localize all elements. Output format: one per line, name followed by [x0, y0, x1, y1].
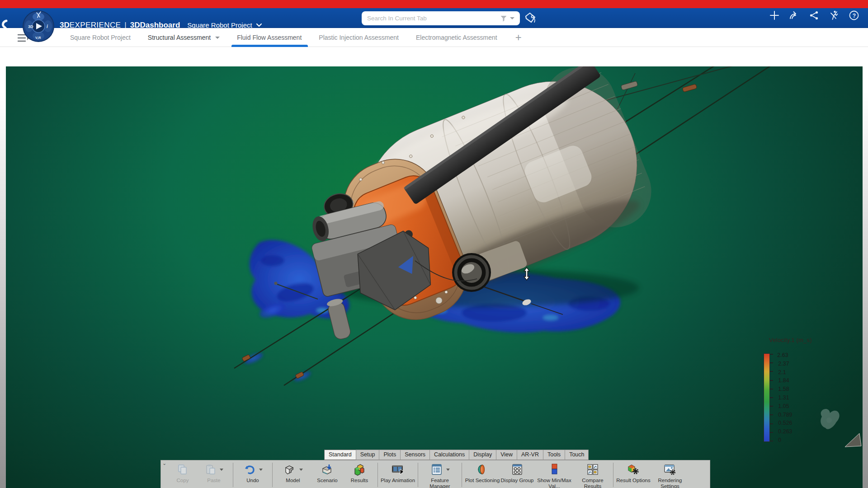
- antenna-pod: [621, 81, 638, 90]
- toolbar-button-compare-results[interactable]: Compare Results: [575, 462, 611, 488]
- toolbar-collapse-icon[interactable]: ⌄: [162, 461, 166, 465]
- 3dexperience-compass-logo[interactable]: 3D i V,R: [22, 10, 55, 42]
- content-frame: Velocity.1 (m_s) 2.632.37 2.11.84 1.581.…: [0, 47, 868, 488]
- model-icon: [283, 463, 296, 476]
- probe-tip: [274, 282, 278, 285]
- toolbar-label: Feature Manager: [420, 478, 459, 488]
- ribbon-tab-calculations[interactable]: Calculations: [429, 450, 469, 460]
- 3ds-person-icon[interactable]: [828, 9, 840, 21]
- brand-3d: 3D: [60, 21, 70, 30]
- ribbon-tab-tools[interactable]: Tools: [543, 450, 565, 460]
- toolbar-label: Play Animation: [381, 478, 415, 483]
- brand-divider: |: [124, 21, 126, 30]
- compass-vr-label: V,R: [35, 36, 41, 40]
- corner-resize-handle[interactable]: [842, 432, 862, 448]
- 3d-viewport[interactable]: Velocity.1 (m_s) 2.632.37 2.11.84 1.581.…: [6, 66, 863, 488]
- compass-i-label: i: [47, 24, 48, 29]
- paste-dropdown-icon[interactable]: [220, 469, 223, 471]
- ribbon-tab-touch[interactable]: Touch: [565, 450, 589, 460]
- toolbar-separator: [377, 463, 378, 487]
- toolbar-button-show-minmax[interactable]: Show Min/Max Val...: [534, 462, 575, 488]
- toolbar-label: Scenario: [317, 478, 337, 483]
- legend-tick-labels: 2.632.37 2.11.84 1.581.31 1.050.789 0.52…: [775, 352, 792, 443]
- play-animation-icon: [391, 464, 405, 475]
- toolbar-separator: [272, 463, 273, 487]
- search-input[interactable]: [362, 15, 500, 22]
- toolbar-label: Compare Results: [575, 478, 611, 488]
- toolbar-button-scenario[interactable]: Scenario: [311, 462, 344, 483]
- share-forward-icon[interactable]: [788, 9, 800, 21]
- dashboard-tabbar: Square Robot Project Structural Assessme…: [0, 28, 868, 47]
- toolbar-button-paste[interactable]: Paste: [197, 462, 231, 483]
- header-actions: ?: [769, 9, 860, 21]
- ribbon-tabbar: Standard Setup Plots Sensors Calculation…: [324, 450, 589, 460]
- tab-chevron-down-icon[interactable]: [215, 37, 220, 39]
- feature-manager-icon: [430, 463, 443, 476]
- toolbar-button-rendering-settings[interactable]: Rendering Settings: [651, 462, 689, 488]
- cfd-scene[interactable]: [6, 66, 863, 488]
- tab-label: Plastic Injection Assessment: [319, 34, 399, 41]
- undo-icon: [243, 463, 256, 476]
- toolbar-button-feature-manager[interactable]: Feature Manager: [420, 462, 459, 488]
- tab-square-robot-project[interactable]: Square Robot Project: [70, 28, 131, 47]
- tags-icon[interactable]: [524, 11, 538, 25]
- toolbar-label: Display Group: [501, 478, 534, 483]
- toolbar-separator: [462, 463, 462, 487]
- tab-structural-assessment[interactable]: Structural Assessment: [148, 28, 220, 47]
- toolbar-button-play-animation[interactable]: Play Animation: [380, 462, 415, 483]
- search-box[interactable]: [362, 11, 520, 25]
- rendering-settings-icon: [663, 463, 677, 476]
- velocity-legend: Velocity.1 (m_s) 2.632.37 2.11.84 1.581.…: [764, 337, 836, 443]
- add-icon[interactable]: [769, 9, 780, 21]
- toolbar-label: Paste: [207, 478, 220, 483]
- toolbar-button-result-options[interactable]: Result Options: [616, 462, 651, 483]
- tab-electromagnetic-assessment[interactable]: Electromagnetic Assessment: [416, 28, 497, 47]
- copy-icon: [177, 464, 189, 475]
- toolbar-button-copy[interactable]: Copy: [168, 462, 197, 483]
- toolbar-separator: [233, 463, 233, 487]
- add-tab-button[interactable]: +: [515, 28, 522, 47]
- toolbar-button-results[interactable]: Results: [344, 462, 375, 483]
- filter-funnel-icon[interactable]: [500, 15, 507, 22]
- toolbar-button-display-group[interactable]: Display Group: [500, 462, 534, 483]
- toolbar-label: Model: [286, 478, 300, 483]
- dashboard-title[interactable]: Square Robot Project: [187, 21, 252, 29]
- legend-title: Velocity.1 (m_s): [769, 337, 836, 343]
- brand-app: 3DDashboard: [130, 21, 180, 30]
- toolbar-separator: [418, 463, 418, 487]
- ribbon-tab-view[interactable]: View: [496, 450, 517, 460]
- toolbar-button-model[interactable]: Model: [275, 462, 311, 483]
- result-options-icon: [627, 463, 640, 476]
- ribbon-tab-display[interactable]: Display: [469, 450, 496, 460]
- help-icon[interactable]: ?: [848, 9, 860, 21]
- legend-colorbar: [764, 353, 770, 442]
- undo-dropdown-icon[interactable]: [259, 469, 263, 471]
- ribbon-tab-ar-vr[interactable]: AR-VR: [517, 450, 543, 460]
- feature-manager-dropdown-icon[interactable]: [446, 469, 450, 471]
- toolbar-label: Results: [351, 478, 368, 483]
- ribbon-tab-standard[interactable]: Standard: [324, 450, 356, 460]
- results-icon: [353, 463, 366, 476]
- search-chevron-down-icon[interactable]: [510, 17, 514, 19]
- toolbar-label: Rendering Settings: [651, 478, 689, 488]
- share-network-icon[interactable]: [808, 9, 820, 21]
- toolbar-label: Show Min/Max Val...: [534, 478, 575, 488]
- model-dropdown-icon[interactable]: [299, 469, 303, 471]
- ribbon-tab-setup[interactable]: Setup: [356, 450, 379, 460]
- tab-plastic-injection-assessment[interactable]: Plastic Injection Assessment: [319, 28, 399, 47]
- toolbar-label: Undo: [246, 478, 259, 483]
- resize-vertical-cursor: [522, 267, 532, 281]
- toolbar-label: Result Options: [616, 478, 650, 483]
- scenario-icon: [321, 463, 334, 476]
- toolbar-button-undo[interactable]: Undo: [236, 462, 270, 483]
- toolbar-button-plot-sectioning[interactable]: Plot Sectioning: [464, 462, 500, 483]
- top-red-bar: [0, 0, 868, 8]
- app-title: 3DEXPERIENCE | 3DDashboard Square Robot …: [60, 21, 262, 30]
- toolbar-label: Copy: [177, 478, 189, 483]
- plot-sectioning-icon: [476, 463, 489, 476]
- ribbon-tab-plots[interactable]: Plots: [379, 450, 400, 460]
- action-toolbar: ⌄ Copy Paste Undo Model Scenario Results: [160, 460, 710, 488]
- tab-fluid-flow-assessment[interactable]: Fluid Flow Assessment: [237, 28, 302, 47]
- title-chevron-down-icon[interactable]: [256, 23, 262, 28]
- ribbon-tab-sensors[interactable]: Sensors: [400, 450, 429, 460]
